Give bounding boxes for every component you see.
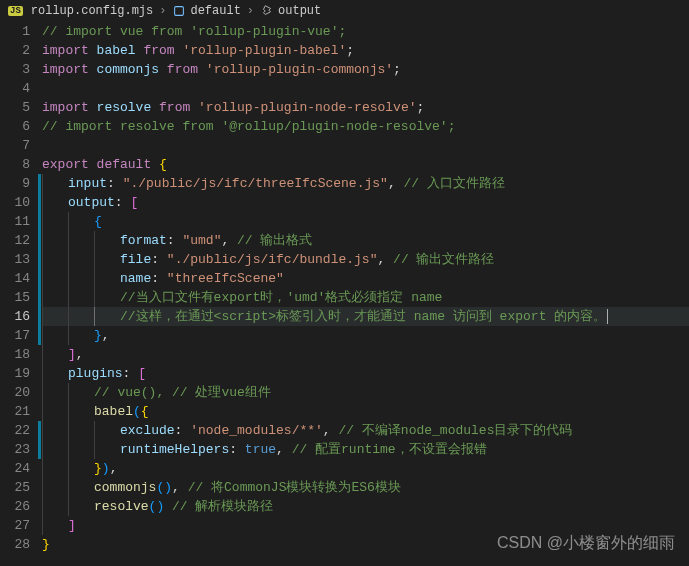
line-number: 19	[0, 364, 30, 383]
code-line[interactable]	[42, 79, 689, 98]
file-type-badge: JS	[8, 6, 23, 16]
code-line[interactable]: resolve() // 解析模块路径	[42, 497, 689, 516]
code-line[interactable]: exclude: 'node_modules/**', // 不编译node_m…	[42, 421, 689, 440]
code-line[interactable]: babel({	[42, 402, 689, 421]
code-line[interactable]: //当入口文件有export时，'umd'格式必须指定 name	[42, 288, 689, 307]
line-number: 17	[0, 326, 30, 345]
code-line[interactable]: ]	[42, 516, 689, 535]
svg-rect-0	[175, 7, 184, 16]
code-line[interactable]: }	[42, 535, 689, 554]
code-area[interactable]: // import vue from 'rollup-plugin-vue';i…	[42, 22, 689, 566]
code-line[interactable]: //这样，在通过<script>标签引入时，才能通过 name 访问到 expo…	[42, 307, 689, 326]
code-line[interactable]: commonjs(), // 将CommonJS模块转换为ES6模块	[42, 478, 689, 497]
code-line[interactable]: // import vue from 'rollup-plugin-vue';	[42, 22, 689, 41]
modified-gutter-bar	[38, 193, 41, 212]
line-number: 14	[0, 269, 30, 288]
code-line[interactable]: file: "./public/js/ifc/bundle.js", // 输出…	[42, 250, 689, 269]
code-line[interactable]: name: "threeIfcScene"	[42, 269, 689, 288]
line-number: 13	[0, 250, 30, 269]
line-number: 12	[0, 231, 30, 250]
modified-gutter-bar	[38, 288, 41, 307]
line-number: 25	[0, 478, 30, 497]
code-line[interactable]: format: "umd", // 输出格式	[42, 231, 689, 250]
line-number: 22	[0, 421, 30, 440]
modified-gutter-bar	[38, 421, 41, 440]
line-number: 4	[0, 79, 30, 98]
modified-gutter-bar	[38, 250, 41, 269]
line-number: 5	[0, 98, 30, 117]
code-line[interactable]: import resolve from 'rollup-plugin-node-…	[42, 98, 689, 117]
modified-gutter-bar	[38, 269, 41, 288]
line-number: 21	[0, 402, 30, 421]
breadcrumb-symbol-2[interactable]: output	[278, 4, 321, 18]
code-line[interactable]: {	[42, 212, 689, 231]
line-number: 3	[0, 60, 30, 79]
code-line[interactable]: export default {	[42, 155, 689, 174]
code-line[interactable]	[42, 136, 689, 155]
code-line[interactable]: }),	[42, 459, 689, 478]
line-number: 26	[0, 497, 30, 516]
line-number: 18	[0, 345, 30, 364]
breadcrumb[interactable]: JS rollup.config.mjs › default › output	[0, 0, 689, 22]
modified-gutter-bar	[38, 174, 41, 193]
modified-gutter-bar	[38, 231, 41, 250]
modified-gutter-bar	[38, 326, 41, 345]
line-number: 1	[0, 22, 30, 41]
modified-gutter-bar	[38, 307, 41, 326]
chevron-right-icon: ›	[159, 4, 166, 18]
line-number: 24	[0, 459, 30, 478]
code-line[interactable]: runtimeHelpers: true, // 配置runtime，不设置会报…	[42, 440, 689, 459]
code-editor[interactable]: 1234567891011121314151617181920212223242…	[0, 22, 689, 566]
line-number: 16	[0, 307, 30, 326]
line-number: 8	[0, 155, 30, 174]
code-line[interactable]: ],	[42, 345, 689, 364]
code-line[interactable]: },	[42, 326, 689, 345]
line-number: 20	[0, 383, 30, 402]
code-line[interactable]: import babel from 'rollup-plugin-babel';	[42, 41, 689, 60]
line-number: 28	[0, 535, 30, 554]
line-number: 6	[0, 117, 30, 136]
symbol-module-icon	[172, 4, 186, 18]
text-cursor	[607, 309, 608, 324]
modified-gutter-bar	[38, 440, 41, 459]
symbol-property-icon	[260, 4, 274, 18]
line-number: 15	[0, 288, 30, 307]
code-line[interactable]: import commonjs from 'rollup-plugin-comm…	[42, 60, 689, 79]
chevron-right-icon: ›	[247, 4, 254, 18]
line-number: 23	[0, 440, 30, 459]
code-line[interactable]: plugins: [	[42, 364, 689, 383]
breadcrumb-symbol-1[interactable]: default	[190, 4, 240, 18]
code-line[interactable]: // import resolve from '@rollup/plugin-n…	[42, 117, 689, 136]
line-number-gutter: 1234567891011121314151617181920212223242…	[0, 22, 42, 566]
code-line[interactable]: output: [	[42, 193, 689, 212]
code-line[interactable]: // vue(), // 处理vue组件	[42, 383, 689, 402]
line-number: 27	[0, 516, 30, 535]
line-number: 2	[0, 41, 30, 60]
line-number: 7	[0, 136, 30, 155]
breadcrumb-file[interactable]: rollup.config.mjs	[31, 4, 153, 18]
modified-gutter-bar	[38, 212, 41, 231]
code-line[interactable]: input: "./public/js/ifc/threeIfcScene.js…	[42, 174, 689, 193]
line-number: 9	[0, 174, 30, 193]
line-number: 10	[0, 193, 30, 212]
line-number: 11	[0, 212, 30, 231]
